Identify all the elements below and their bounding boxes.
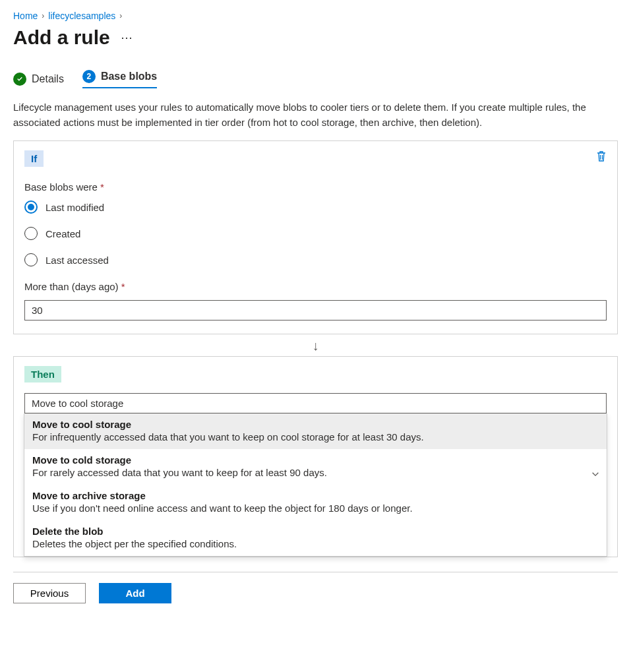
radio-label: Last modified	[45, 202, 104, 213]
radio-button-icon	[24, 200, 38, 214]
radio-label: Created	[45, 228, 80, 239]
intro-text: Lifecycle management uses your rules to …	[13, 100, 618, 130]
days-label: More than (days ago) *	[24, 281, 607, 292]
then-action-card: Then Move to cool storage Move to cool s…	[13, 356, 618, 557]
breadcrumb-lifecyclesamples[interactable]: lifecyclesamples	[48, 11, 115, 21]
radio-last-accessed[interactable]: Last accessed	[24, 253, 607, 266]
step-details[interactable]: Details	[13, 73, 64, 86]
chevron-right-icon: ›	[119, 11, 122, 20]
option-desc: For infrequently accessed data that you …	[32, 431, 599, 443]
days-input[interactable]	[24, 300, 607, 321]
then-tag: Then	[24, 366, 61, 382]
option-move-cold[interactable]: Move to cold storage For rarely accessed…	[24, 449, 607, 485]
option-delete-blob[interactable]: Delete the blob Deletes the object per t…	[24, 520, 607, 556]
action-select[interactable]: Move to cool storage	[24, 393, 607, 413]
radio-button-icon	[24, 253, 38, 266]
step-details-label: Details	[32, 73, 64, 85]
option-desc: Deletes the object per the specified con…	[32, 538, 599, 549]
condition-label: Base blobs were *	[24, 181, 607, 193]
radio-created[interactable]: Created	[24, 227, 607, 240]
option-title: Move to archive storage	[32, 490, 599, 501]
option-title: Move to cool storage	[32, 419, 599, 430]
option-desc: For rarely accessed data that you want t…	[32, 467, 599, 478]
previous-button[interactable]: Previous	[13, 583, 86, 603]
arrow-down-icon: ↓	[13, 338, 618, 353]
condition-radio-group: Last modified Created Last accessed	[24, 200, 607, 266]
if-condition-card: If Base blobs were * Last modified Creat…	[13, 140, 618, 334]
radio-last-modified[interactable]: Last modified	[24, 200, 607, 214]
divider	[13, 572, 618, 572]
wizard-steps: Details 2 Base blobs	[13, 70, 618, 88]
breadcrumb-home[interactable]: Home	[13, 11, 38, 21]
add-button[interactable]: Add	[99, 583, 171, 603]
delete-icon[interactable]	[596, 150, 607, 164]
checkmark-icon	[13, 73, 26, 86]
option-title: Delete the blob	[32, 526, 599, 537]
option-move-archive[interactable]: Move to archive storage Use if you don't…	[24, 485, 607, 520]
step-number-badge: 2	[82, 70, 96, 83]
more-actions-button[interactable]: ⋯	[121, 30, 133, 45]
chevron-right-icon: ›	[42, 11, 44, 20]
breadcrumb: Home › lifecyclesamples ›	[13, 11, 618, 21]
page-title: Add a rule	[13, 26, 110, 49]
step-base-blobs[interactable]: 2 Base blobs	[82, 70, 157, 88]
radio-button-icon	[24, 227, 38, 240]
option-desc: Use if you don't need online access and …	[32, 503, 599, 514]
step-base-blobs-label: Base blobs	[101, 71, 157, 82]
footer-actions: Previous Add	[13, 583, 618, 603]
option-title: Move to cold storage	[32, 454, 599, 466]
if-tag: If	[24, 150, 44, 167]
action-dropdown: Move to cool storage For infrequently ac…	[24, 413, 607, 557]
radio-label: Last accessed	[45, 255, 109, 266]
action-select-value: Move to cool storage	[32, 398, 123, 409]
option-move-cool[interactable]: Move to cool storage For infrequently ac…	[24, 413, 607, 449]
